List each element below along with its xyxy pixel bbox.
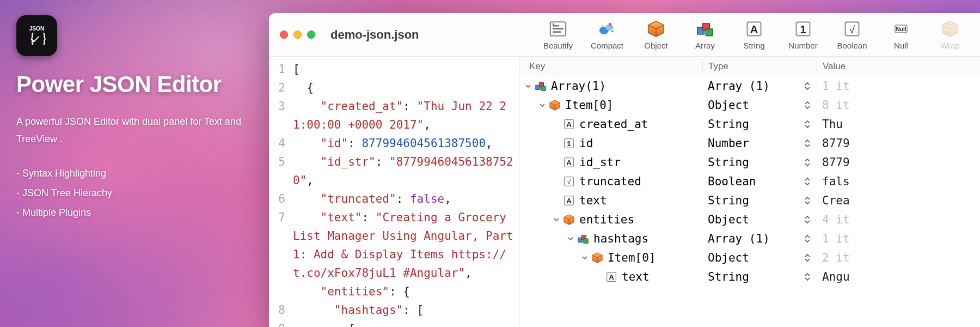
tree-value: fals	[817, 175, 980, 188]
toolbar-string-button[interactable]: String	[732, 17, 776, 52]
number-icon	[793, 19, 813, 39]
toolbar-boolean-button[interactable]: Boolean	[830, 17, 874, 52]
svg-text:}: }	[41, 29, 48, 46]
tree-row[interactable]: hashtags Array (1) 1 it	[519, 229, 980, 248]
tree-row[interactable]: text String Angu	[519, 267, 980, 286]
tree-row[interactable]: text String Crea	[519, 191, 980, 210]
tree-type: String	[708, 118, 749, 131]
tree-value: Angu	[817, 270, 980, 283]
tree-key: id	[579, 137, 593, 150]
window-minimize-button[interactable]	[293, 31, 302, 39]
beautify-icon	[548, 19, 568, 39]
type-stepper[interactable]	[804, 233, 811, 244]
disclosure-chevron-icon[interactable]	[580, 253, 589, 262]
tree-key: Item[0]	[565, 99, 614, 112]
spacer	[552, 139, 561, 148]
line-number: 9	[269, 319, 285, 327]
toolbar-wrap-button[interactable]: Wrap	[928, 17, 972, 52]
hero-description: A powerful JSON Editor with dual panel f…	[16, 113, 261, 148]
toolbar-number-button[interactable]: Number	[781, 17, 825, 52]
content-split: 123 45 67 8910 [ { "created_at": "Thu Ju…	[269, 57, 980, 327]
null-icon	[891, 19, 911, 39]
type-stepper[interactable]	[804, 119, 811, 130]
tree-row[interactable]: entities Object 4 it	[519, 210, 980, 229]
tree-row[interactable]: created_at String Thu	[519, 114, 980, 134]
tree-row[interactable]: Item[0] Object 2 it	[519, 248, 980, 267]
compact-icon	[597, 19, 617, 39]
tree-value: 2 it	[817, 251, 980, 264]
tree-type: Object	[708, 213, 749, 226]
tree-key: hashtags	[593, 232, 648, 245]
traffic-lights	[280, 31, 315, 39]
app-window: demo-json.json Beautify Compact Object A…	[269, 13, 980, 327]
tree-view-pane: Key Type Value Array(1) Array (1) 1 it I…	[519, 57, 980, 327]
spacer	[552, 120, 561, 129]
tree-row[interactable]: truncated Boolean fals	[519, 172, 980, 191]
app-icon: JSON { }	[16, 15, 57, 56]
toolbar-label: Beautify	[543, 41, 573, 50]
toolbar-beautify-button[interactable]: Beautify	[536, 17, 580, 52]
tree-row[interactable]: id_str String 8779	[519, 153, 980, 172]
window-zoom-button[interactable]	[307, 31, 315, 39]
array-icon	[695, 19, 715, 39]
hero-feature-2: - JSON Tree Hierachy	[16, 183, 261, 203]
disclosure-chevron-icon[interactable]	[538, 101, 547, 110]
toolbar-compact-button[interactable]: Compact	[585, 17, 629, 52]
hero-feature-1: - Syntax Highlighting	[16, 164, 261, 183]
tree-type: Number	[708, 137, 749, 150]
tree-value: Crea	[817, 194, 980, 207]
spacer	[552, 158, 561, 167]
toolbar-label: Compact	[591, 41, 623, 50]
tree-header: Key Type Value	[519, 57, 980, 76]
tree-type: Array (1)	[708, 80, 770, 93]
type-stepper[interactable]	[804, 214, 811, 225]
type-stepper[interactable]	[804, 157, 811, 168]
disclosure-chevron-icon[interactable]	[524, 82, 532, 90]
array-icon	[577, 233, 589, 245]
tree-row[interactable]: id Number 8779	[519, 134, 980, 153]
object-icon	[563, 214, 575, 226]
type-stepper[interactable]	[804, 138, 811, 149]
disclosure-chevron-icon[interactable]	[566, 234, 575, 243]
tree-type: String	[708, 156, 749, 169]
tree-key: text	[579, 194, 607, 207]
tree-key: entities	[579, 213, 634, 226]
toolbar-label: Wrap	[940, 41, 960, 50]
array-icon	[535, 80, 547, 92]
type-stepper[interactable]	[804, 195, 811, 206]
type-stepper[interactable]	[804, 252, 811, 263]
tree-header-type[interactable]: Type	[702, 61, 817, 72]
titlebar: demo-json.json Beautify Compact Object A…	[269, 13, 980, 57]
object-icon	[549, 99, 561, 111]
tree-type: Array (1)	[708, 232, 770, 245]
svg-text:{: {	[29, 29, 36, 46]
type-stepper[interactable]	[804, 81, 811, 92]
toolbar-label: String	[743, 41, 764, 50]
disclosure-chevron-icon[interactable]	[552, 215, 561, 224]
toolbar: Beautify Compact Object Array String Num…	[536, 17, 977, 52]
tree-row[interactable]: Item[0] Object 8 it	[519, 95, 980, 114]
tree-type: Object	[708, 251, 749, 264]
tree-row[interactable]: Array(1) Array (1) 1 it	[519, 76, 980, 95]
toolbar-object-button[interactable]: Object	[634, 17, 678, 52]
tree-body: Array(1) Array (1) 1 it Item[0] Object 8…	[519, 76, 980, 327]
tree-value: Thu	[817, 118, 980, 131]
line-gutter: 123 45 67 8910	[269, 57, 290, 327]
tree-header-value[interactable]: Value	[817, 61, 980, 72]
text-editor-pane[interactable]: 123 45 67 8910 [ { "created_at": "Thu Ju…	[269, 57, 519, 327]
tree-header-key[interactable]: Key	[519, 61, 702, 72]
toolbar-label: Boolean	[837, 41, 867, 50]
type-stepper[interactable]	[804, 176, 811, 187]
line-number: 1	[269, 60, 285, 78]
line-number: 5	[269, 153, 285, 171]
string-icon	[605, 271, 617, 283]
tree-key: text	[622, 270, 650, 283]
toolbar-null-button[interactable]: Null	[879, 17, 923, 52]
type-stepper[interactable]	[804, 271, 811, 282]
type-stepper[interactable]	[804, 100, 811, 111]
tree-value: 4 it	[817, 213, 980, 226]
code-area[interactable]: [ { "created_at": "Thu Jun 22 21:00:00 +…	[290, 57, 519, 327]
string-icon	[744, 19, 764, 39]
window-close-button[interactable]	[280, 31, 288, 39]
toolbar-array-button[interactable]: Array	[683, 17, 727, 52]
